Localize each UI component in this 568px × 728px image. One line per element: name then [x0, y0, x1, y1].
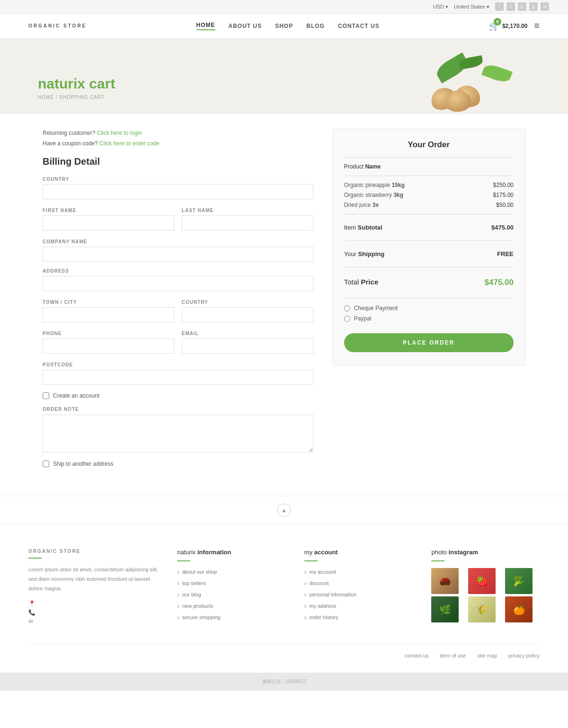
info-link-4[interactable]: new products [177, 602, 285, 610]
info-link-5[interactable]: secure shopping [177, 613, 285, 621]
ship-to-row: Ship to another address [43, 461, 313, 467]
header-right: 🛒 9 $2,170.00 ≡ [489, 20, 540, 31]
billing-section: Returning customer? Click here to login … [43, 128, 313, 467]
first-name-group: FIRST NAME [43, 201, 174, 231]
company-input[interactable] [43, 247, 313, 262]
info-link-1[interactable]: about our shop [177, 568, 285, 576]
account-link-3[interactable]: personal information [304, 591, 413, 598]
footer-brand-title: ORGANIC STORE [28, 549, 158, 554]
postcode-input[interactable] [43, 370, 313, 385]
paypal-label[interactable]: Paypal [354, 315, 372, 322]
nav-home[interactable]: HOME [196, 22, 215, 30]
phone-input[interactable] [43, 338, 174, 354]
billing-title: Billing Detail [43, 156, 313, 167]
paypal-radio[interactable] [344, 316, 350, 322]
account-link-1[interactable]: my account [304, 568, 413, 576]
logo[interactable]: ORGANIC STORE [28, 23, 87, 28]
company-label: COMPANY NAME [43, 239, 313, 244]
first-name-label: FIRST NAME [43, 208, 174, 213]
last-name-label: LAST NAME [182, 208, 313, 213]
country2-input[interactable] [182, 307, 313, 322]
info-link-3[interactable]: our blog [177, 591, 285, 598]
info-link-2[interactable]: top sellers [177, 579, 285, 587]
town-input[interactable] [43, 307, 174, 322]
region-selector[interactable]: United States ▾ [454, 4, 489, 10]
nav-contact[interactable]: CONTACT US [338, 23, 380, 29]
place-order-button[interactable]: PLACE ORDER [344, 333, 514, 352]
ship-to-label: Ship to another address [53, 461, 113, 467]
footer: ORGANIC STORE Lorem ipsum dolor sit amet… [0, 524, 568, 673]
shipping-label: Your Shipping [344, 250, 385, 257]
nav-about[interactable]: ABOUT US [229, 23, 262, 29]
coupon-link[interactable]: Click here to enter code [99, 140, 160, 147]
order-title-bold: Order [428, 140, 450, 149]
facebook-icon[interactable]: f [495, 2, 504, 11]
footer-contact-link[interactable]: contact us [405, 653, 428, 658]
postcode-label: POSTCODE [43, 362, 313, 367]
create-account-label: Create an account [53, 392, 99, 399]
footer-contact: 📍 📞 ✉ [28, 600, 158, 625]
social-icons: f t p g in [495, 2, 549, 11]
instagram-img-6[interactable]: 🍊 [505, 596, 532, 622]
main-content: Returning customer? Click here to login … [24, 114, 544, 496]
nav-shop[interactable]: SHOP [275, 23, 293, 29]
footer-terms-link[interactable]: term of use [440, 653, 466, 658]
instagram-img-4[interactable]: 🌿 [431, 596, 459, 622]
location-icon: 📍 [28, 600, 36, 607]
login-link[interactable]: Click here to login [97, 130, 142, 136]
account-link-5[interactable]: order history [304, 613, 413, 621]
hamburger-icon[interactable]: ≡ [534, 20, 540, 31]
account-link-2[interactable]: discount [304, 579, 413, 587]
twitter-icon[interactable]: t [506, 2, 515, 11]
order-item-1-price: $250.00 [493, 182, 514, 188]
order-item-3-price: $50.00 [496, 202, 514, 208]
cheque-label[interactable]: Cheque Payment [354, 305, 398, 311]
order-divider-1 [344, 157, 514, 158]
linkedin-icon[interactable]: in [541, 2, 549, 11]
country2-group: COUNTRY [182, 293, 313, 322]
hero-left: naturix cart HOME / SHOPPING CART [38, 76, 407, 114]
instagram-img-3[interactable]: 🥦 [505, 568, 532, 594]
ship-to-checkbox[interactable] [43, 461, 49, 467]
phone-group: PHONE [43, 324, 174, 354]
postcode-group: POSTCODE [43, 362, 313, 385]
country-input[interactable] [43, 184, 313, 199]
cheque-radio[interactable] [344, 305, 350, 311]
phone-email-row: PHONE EMAIL [43, 324, 313, 355]
leaf-2 [481, 62, 513, 85]
pinterest-icon[interactable]: p [518, 2, 526, 11]
create-account-checkbox[interactable] [43, 392, 49, 399]
billing-title-normal: Billing [43, 156, 71, 167]
subtotal-label: Item Subtotal [344, 224, 382, 231]
footer-sitemap-link[interactable]: site map [477, 653, 497, 658]
currency-selector[interactable]: USD ▾ [433, 4, 448, 10]
order-note-textarea[interactable] [43, 415, 313, 453]
address-input[interactable] [43, 276, 313, 291]
footer-brand-col: ORGANIC STORE Lorem ipsum dolor sit amet… [28, 549, 158, 625]
cart-button[interactable]: 🛒 9 $2,170.00 [489, 21, 527, 31]
instagram-img-5[interactable]: 🌾 [468, 596, 496, 622]
order-divider-6 [344, 298, 514, 298]
instagram-img-2[interactable]: 🍓 [468, 568, 496, 594]
order-divider-5 [344, 267, 514, 267]
order-title: Your Order [344, 140, 514, 150]
last-name-input[interactable] [182, 215, 313, 231]
first-name-input[interactable] [43, 215, 174, 231]
footer-privacy-link[interactable]: privacy policy [508, 653, 540, 658]
total-value: $475.00 [485, 278, 514, 287]
account-link-4[interactable]: my address [304, 602, 413, 610]
email-label: EMAIL [182, 331, 313, 336]
instagram-img-1[interactable]: 🌰 [431, 568, 459, 594]
googleplus-icon[interactable]: g [529, 2, 538, 11]
hero-title-text: cart [85, 76, 115, 91]
nav-blog[interactable]: BLOG [306, 23, 325, 29]
email-input[interactable] [182, 338, 313, 354]
order-item-3: Dried juice 3x $50.00 [344, 202, 514, 208]
order-item-1-name: Organic pineapple 15kg [344, 182, 405, 188]
scroll-top-button[interactable]: ▲ [277, 504, 291, 517]
order-col-product: Product Name [344, 163, 381, 170]
footer-info-links: about our shop top sellers our blog new … [177, 568, 285, 621]
footer-instagram-col: photo instagram 🌰 🍓 🥦 🌿 🌾 🍊 [431, 549, 540, 625]
order-title-normal: Your [408, 140, 426, 149]
hero-brand: naturix [38, 76, 85, 91]
